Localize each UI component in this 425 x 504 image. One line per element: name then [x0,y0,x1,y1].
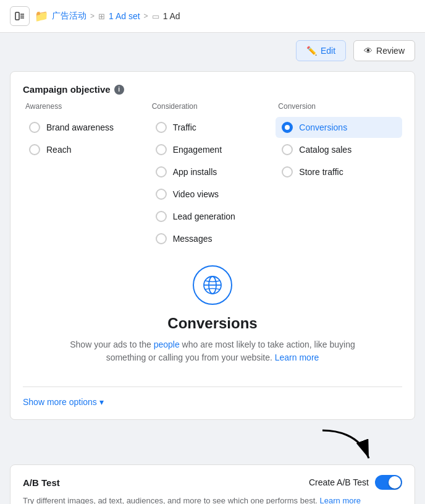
app-installs-option[interactable]: App installs [149,161,276,182]
traffic-option[interactable]: Traffic [149,117,276,138]
engagement-label: Engagement [173,145,222,155]
breadcrumb-sep2: > [144,12,148,20]
toolbar: ✏️ Edit 👁 Review [10,40,415,61]
svg-rect-0 [15,12,19,20]
edit-icon: ✏️ [306,46,317,56]
edit-label: Edit [321,46,335,56]
ad-square-icon: ▭ [152,12,159,21]
traffic-radio [156,122,167,133]
video-views-radio [156,189,167,200]
conversions-radio [282,122,293,133]
app-installs-label: App installs [173,167,217,177]
hero-desc-part1: Show your ads to the [70,340,153,349]
breadcrumb-adset[interactable]: 1 Ad set [109,11,140,21]
engagement-radio [156,144,167,155]
chevron-down-icon: ▾ [99,397,104,407]
adset-grid-icon: ⊞ [98,12,105,21]
breadcrumb-campaign[interactable]: 广告活动 [52,11,86,22]
ab-header: A/B Test Create A/B Test [23,475,402,490]
globe-icon [193,265,232,305]
ab-desc-text: Try different images, ad text, audiences… [23,496,320,504]
reach-label: Reach [46,145,71,155]
app-installs-radio [156,166,167,177]
store-traffic-radio [282,166,293,177]
reach-radio [29,144,40,155]
lead-generation-radio [156,211,167,222]
main-content: ✏️ Edit 👁 Review Campaign objective i Aw… [0,33,425,504]
catalog-sales-option[interactable]: Catalog sales [276,139,402,160]
info-icon[interactable]: i [114,85,124,95]
consideration-column: Consideration Traffic Engagement App ins… [149,102,276,250]
lead-generation-label: Lead generation [173,211,235,221]
ab-test-card: A/B Test Create A/B Test Try different i… [10,464,415,504]
arrow-annotation [10,427,415,464]
breadcrumb-ad: 1 Ad [163,11,180,21]
ab-description: Try different images, ad text, audiences… [23,495,402,504]
catalog-sales-label: Catalog sales [299,145,351,155]
awareness-col-label: Awareness [23,102,149,111]
ab-test-toggle[interactable] [375,475,402,490]
conversions-option[interactable]: Conversions [276,117,402,138]
catalog-sales-radio [282,144,293,155]
toggle-knob [389,476,401,489]
messages-radio [156,233,167,244]
brand-awareness-option[interactable]: Brand awareness [23,117,149,138]
video-views-label: Video views [173,189,219,199]
ab-learn-more-link[interactable]: Learn more [320,496,361,504]
review-icon: 👁 [364,46,372,56]
top-nav: 📁 广告活动 > ⊞ 1 Ad set > ▭ 1 Ad [0,0,425,33]
review-label: Review [376,46,405,56]
brand-awareness-radio [29,122,40,133]
breadcrumb-sep1: > [90,12,95,20]
messages-label: Messages [173,234,212,244]
brand-awareness-label: Brand awareness [46,122,114,132]
review-button[interactable]: 👁 Review [353,40,415,61]
section-title: Campaign objective i [23,84,402,95]
consideration-col-label: Consideration [149,102,276,111]
ab-toggle-area: Create A/B Test [309,475,402,490]
sidebar-toggle-button[interactable] [10,6,30,26]
hero-learn-more-link[interactable]: Learn more [275,352,319,362]
conversions-radio-inner [285,125,290,130]
hero-section: Conversions Show your ads to the people … [23,250,402,374]
traffic-label: Traffic [173,122,196,132]
section-title-text: Campaign objective [23,84,111,95]
folder-icon: 📁 [35,9,48,23]
show-more-label: Show more options [23,397,97,407]
video-views-option[interactable]: Video views [149,184,276,205]
conversions-label: Conversions [299,122,347,132]
store-traffic-label: Store traffic [299,167,343,177]
ab-title: A/B Test [23,477,60,488]
breadcrumb: 📁 广告活动 > ⊞ 1 Ad set > ▭ 1 Ad [35,9,180,23]
conversion-column: Conversion Conversions Catalog sales Sto… [276,102,402,250]
reach-option[interactable]: Reach [23,139,149,160]
arrow-svg [316,427,378,464]
objective-grid: Awareness Brand awareness Reach Consider… [23,102,402,250]
lead-generation-option[interactable]: Lead generation [149,206,276,227]
campaign-objective-card: Campaign objective i Awareness Brand awa… [10,71,415,420]
ab-toggle-label: Create A/B Test [309,477,369,487]
messages-option[interactable]: Messages [149,228,276,249]
hero-title: Conversions [35,315,390,332]
hero-description: Show your ads to the people who are most… [64,338,361,364]
show-more-button[interactable]: Show more options ▾ [23,397,104,407]
show-more-section: Show more options ▾ [23,387,402,407]
awareness-column: Awareness Brand awareness Reach [23,102,149,250]
conversion-col-label: Conversion [276,102,402,111]
store-traffic-option[interactable]: Store traffic [276,161,402,182]
edit-button[interactable]: ✏️ Edit [296,40,346,61]
hero-people-link[interactable]: people [154,340,180,349]
engagement-option[interactable]: Engagement [149,139,276,160]
